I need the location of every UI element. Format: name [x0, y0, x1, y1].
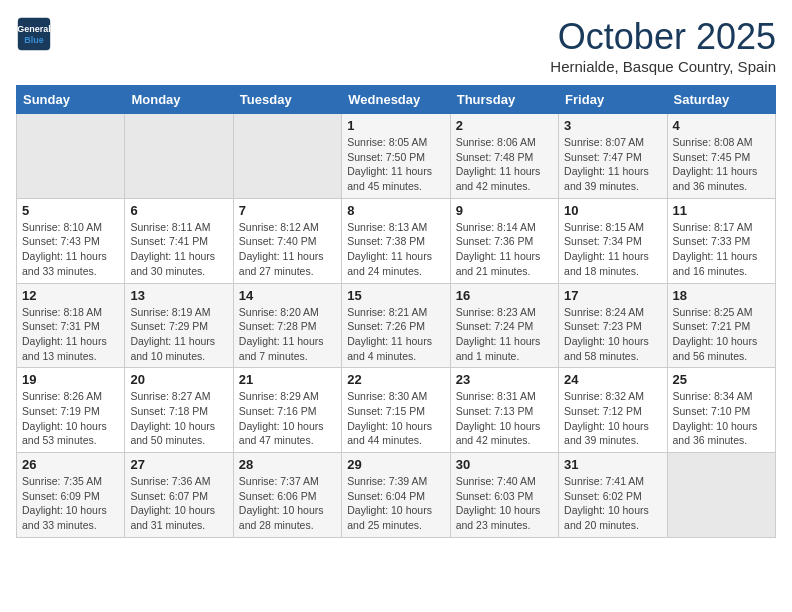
day-info: Sunrise: 8:26 AM Sunset: 7:19 PM Dayligh…	[22, 389, 119, 448]
day-number: 8	[347, 203, 444, 218]
logo-icon: General Blue	[16, 16, 52, 52]
day-number: 27	[130, 457, 227, 472]
calendar-cell: 4Sunrise: 8:08 AM Sunset: 7:45 PM Daylig…	[667, 114, 775, 199]
day-info: Sunrise: 8:14 AM Sunset: 7:36 PM Dayligh…	[456, 220, 553, 279]
day-info: Sunrise: 7:41 AM Sunset: 6:02 PM Dayligh…	[564, 474, 661, 533]
day-header: Thursday	[450, 86, 558, 114]
day-info: Sunrise: 8:29 AM Sunset: 7:16 PM Dayligh…	[239, 389, 336, 448]
calendar-cell: 3Sunrise: 8:07 AM Sunset: 7:47 PM Daylig…	[559, 114, 667, 199]
day-info: Sunrise: 8:20 AM Sunset: 7:28 PM Dayligh…	[239, 305, 336, 364]
day-info: Sunrise: 7:37 AM Sunset: 6:06 PM Dayligh…	[239, 474, 336, 533]
day-info: Sunrise: 8:15 AM Sunset: 7:34 PM Dayligh…	[564, 220, 661, 279]
calendar-cell: 20Sunrise: 8:27 AM Sunset: 7:18 PM Dayli…	[125, 368, 233, 453]
day-info: Sunrise: 8:25 AM Sunset: 7:21 PM Dayligh…	[673, 305, 770, 364]
day-number: 3	[564, 118, 661, 133]
calendar-cell: 18Sunrise: 8:25 AM Sunset: 7:21 PM Dayli…	[667, 283, 775, 368]
calendar-week-row: 1Sunrise: 8:05 AM Sunset: 7:50 PM Daylig…	[17, 114, 776, 199]
calendar-cell: 25Sunrise: 8:34 AM Sunset: 7:10 PM Dayli…	[667, 368, 775, 453]
calendar-cell: 23Sunrise: 8:31 AM Sunset: 7:13 PM Dayli…	[450, 368, 558, 453]
calendar-cell	[125, 114, 233, 199]
calendar-cell: 21Sunrise: 8:29 AM Sunset: 7:16 PM Dayli…	[233, 368, 341, 453]
calendar-cell: 26Sunrise: 7:35 AM Sunset: 6:09 PM Dayli…	[17, 453, 125, 538]
calendar-cell: 15Sunrise: 8:21 AM Sunset: 7:26 PM Dayli…	[342, 283, 450, 368]
logo: General Blue	[16, 16, 52, 52]
day-info: Sunrise: 8:30 AM Sunset: 7:15 PM Dayligh…	[347, 389, 444, 448]
calendar-cell: 30Sunrise: 7:40 AM Sunset: 6:03 PM Dayli…	[450, 453, 558, 538]
day-number: 5	[22, 203, 119, 218]
day-number: 18	[673, 288, 770, 303]
day-info: Sunrise: 8:27 AM Sunset: 7:18 PM Dayligh…	[130, 389, 227, 448]
day-number: 24	[564, 372, 661, 387]
day-info: Sunrise: 8:10 AM Sunset: 7:43 PM Dayligh…	[22, 220, 119, 279]
svg-text:Blue: Blue	[24, 35, 44, 45]
day-header: Tuesday	[233, 86, 341, 114]
calendar-cell: 5Sunrise: 8:10 AM Sunset: 7:43 PM Daylig…	[17, 198, 125, 283]
calendar-cell: 29Sunrise: 7:39 AM Sunset: 6:04 PM Dayli…	[342, 453, 450, 538]
day-number: 22	[347, 372, 444, 387]
day-number: 6	[130, 203, 227, 218]
calendar-week-row: 5Sunrise: 8:10 AM Sunset: 7:43 PM Daylig…	[17, 198, 776, 283]
day-info: Sunrise: 8:08 AM Sunset: 7:45 PM Dayligh…	[673, 135, 770, 194]
day-info: Sunrise: 7:36 AM Sunset: 6:07 PM Dayligh…	[130, 474, 227, 533]
day-number: 10	[564, 203, 661, 218]
day-info: Sunrise: 8:19 AM Sunset: 7:29 PM Dayligh…	[130, 305, 227, 364]
day-number: 29	[347, 457, 444, 472]
day-info: Sunrise: 8:05 AM Sunset: 7:50 PM Dayligh…	[347, 135, 444, 194]
calendar-table: SundayMondayTuesdayWednesdayThursdayFrid…	[16, 85, 776, 538]
calendar-cell: 24Sunrise: 8:32 AM Sunset: 7:12 PM Dayli…	[559, 368, 667, 453]
day-info: Sunrise: 8:17 AM Sunset: 7:33 PM Dayligh…	[673, 220, 770, 279]
day-number: 28	[239, 457, 336, 472]
day-number: 19	[22, 372, 119, 387]
calendar-cell: 7Sunrise: 8:12 AM Sunset: 7:40 PM Daylig…	[233, 198, 341, 283]
svg-text:General: General	[17, 24, 51, 34]
calendar-cell: 2Sunrise: 8:06 AM Sunset: 7:48 PM Daylig…	[450, 114, 558, 199]
day-number: 13	[130, 288, 227, 303]
day-header: Monday	[125, 86, 233, 114]
calendar-cell: 28Sunrise: 7:37 AM Sunset: 6:06 PM Dayli…	[233, 453, 341, 538]
day-number: 21	[239, 372, 336, 387]
calendar-cell: 12Sunrise: 8:18 AM Sunset: 7:31 PM Dayli…	[17, 283, 125, 368]
day-info: Sunrise: 8:34 AM Sunset: 7:10 PM Dayligh…	[673, 389, 770, 448]
calendar-cell: 6Sunrise: 8:11 AM Sunset: 7:41 PM Daylig…	[125, 198, 233, 283]
day-info: Sunrise: 7:39 AM Sunset: 6:04 PM Dayligh…	[347, 474, 444, 533]
day-number: 25	[673, 372, 770, 387]
day-number: 17	[564, 288, 661, 303]
calendar-header: SundayMondayTuesdayWednesdayThursdayFrid…	[17, 86, 776, 114]
calendar-cell	[17, 114, 125, 199]
day-info: Sunrise: 8:07 AM Sunset: 7:47 PM Dayligh…	[564, 135, 661, 194]
calendar-cell	[667, 453, 775, 538]
day-header: Wednesday	[342, 86, 450, 114]
day-info: Sunrise: 8:18 AM Sunset: 7:31 PM Dayligh…	[22, 305, 119, 364]
calendar-cell: 10Sunrise: 8:15 AM Sunset: 7:34 PM Dayli…	[559, 198, 667, 283]
day-number: 7	[239, 203, 336, 218]
calendar-week-row: 26Sunrise: 7:35 AM Sunset: 6:09 PM Dayli…	[17, 453, 776, 538]
day-number: 23	[456, 372, 553, 387]
day-info: Sunrise: 8:32 AM Sunset: 7:12 PM Dayligh…	[564, 389, 661, 448]
day-info: Sunrise: 8:13 AM Sunset: 7:38 PM Dayligh…	[347, 220, 444, 279]
day-number: 26	[22, 457, 119, 472]
calendar-cell	[233, 114, 341, 199]
day-info: Sunrise: 8:24 AM Sunset: 7:23 PM Dayligh…	[564, 305, 661, 364]
day-number: 15	[347, 288, 444, 303]
day-header: Sunday	[17, 86, 125, 114]
day-info: Sunrise: 8:23 AM Sunset: 7:24 PM Dayligh…	[456, 305, 553, 364]
day-number: 1	[347, 118, 444, 133]
calendar-cell: 22Sunrise: 8:30 AM Sunset: 7:15 PM Dayli…	[342, 368, 450, 453]
day-info: Sunrise: 7:40 AM Sunset: 6:03 PM Dayligh…	[456, 474, 553, 533]
calendar-cell: 17Sunrise: 8:24 AM Sunset: 7:23 PM Dayli…	[559, 283, 667, 368]
day-info: Sunrise: 8:21 AM Sunset: 7:26 PM Dayligh…	[347, 305, 444, 364]
day-info: Sunrise: 8:31 AM Sunset: 7:13 PM Dayligh…	[456, 389, 553, 448]
calendar-week-row: 19Sunrise: 8:26 AM Sunset: 7:19 PM Dayli…	[17, 368, 776, 453]
day-number: 2	[456, 118, 553, 133]
title-area: October 2025 Hernialde, Basque Country, …	[550, 16, 776, 75]
day-info: Sunrise: 7:35 AM Sunset: 6:09 PM Dayligh…	[22, 474, 119, 533]
calendar-cell: 1Sunrise: 8:05 AM Sunset: 7:50 PM Daylig…	[342, 114, 450, 199]
calendar-cell: 19Sunrise: 8:26 AM Sunset: 7:19 PM Dayli…	[17, 368, 125, 453]
day-header: Saturday	[667, 86, 775, 114]
calendar-cell: 9Sunrise: 8:14 AM Sunset: 7:36 PM Daylig…	[450, 198, 558, 283]
day-header: Friday	[559, 86, 667, 114]
day-number: 12	[22, 288, 119, 303]
calendar-cell: 8Sunrise: 8:13 AM Sunset: 7:38 PM Daylig…	[342, 198, 450, 283]
day-number: 11	[673, 203, 770, 218]
day-info: Sunrise: 8:12 AM Sunset: 7:40 PM Dayligh…	[239, 220, 336, 279]
